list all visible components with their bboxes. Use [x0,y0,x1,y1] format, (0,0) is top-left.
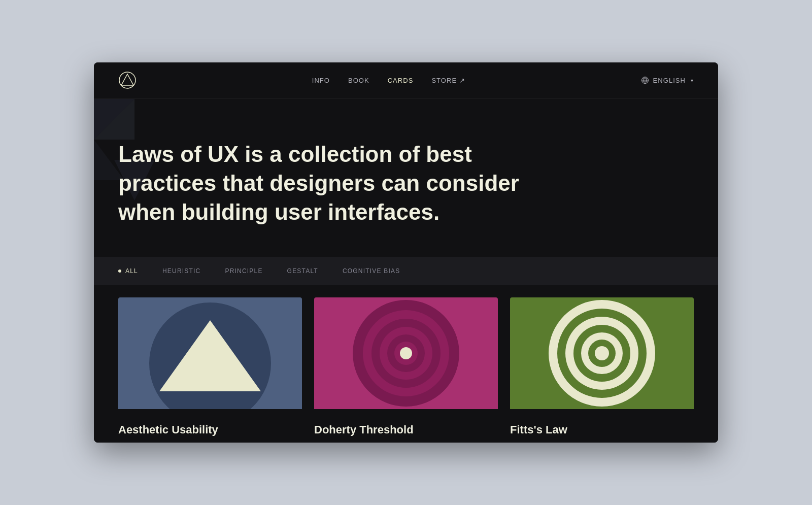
cards-grid: Aesthetic Usability [118,297,694,443]
hero-section: Laws of UX is a collection of best pract… [94,99,718,257]
hero-title: Laws of UX is a collection of best pract… [118,140,555,227]
nav-cards[interactable]: CARDS [388,77,414,84]
card-doherty-threshold[interactable]: Doherty Threshold [314,297,498,443]
card-aesthetic-image [118,297,302,409]
nav-book[interactable]: BOOK [348,77,369,84]
nav-store[interactable]: STORE ↗ [431,77,465,84]
nav-info[interactable]: INFO [312,77,330,84]
svg-point-26 [595,346,609,360]
cards-section: Aesthetic Usability [94,285,718,443]
language-label: ENGLISH [653,77,686,84]
globe-icon [641,76,649,84]
filter-heuristic-label: HEURISTIC [162,267,200,275]
svg-point-19 [400,347,412,359]
card-aesthetic-title: Aesthetic Usability [118,416,302,439]
filter-gestalt-label: GESTALT [287,267,318,275]
language-selector[interactable]: ENGLISH ▾ [641,76,694,84]
card-aesthetic-usability[interactable]: Aesthetic Usability [118,297,302,443]
svg-marker-1 [121,74,133,85]
svg-marker-12 [159,320,261,391]
chevron-down-icon: ▾ [691,78,694,83]
card-doherty-title: Doherty Threshold [314,416,498,439]
logo[interactable] [118,71,137,89]
filter-principle-label: PRINCIPLE [225,267,262,275]
filter-cognitive-bias[interactable]: COGNITIVE BIAS [343,267,400,275]
filter-gestalt[interactable]: GESTALT [287,267,318,275]
card-fitts-title: Fitts's Law [510,416,694,439]
filter-bar: ALL HEURISTIC PRINCIPLE GESTALT COGNITIV… [94,257,718,285]
navigation: INFO BOOK CARDS STORE ↗ ENGLISH ▾ [94,62,718,99]
filter-heuristic[interactable]: HEURISTIC [162,267,200,275]
card-doherty-image [314,297,498,409]
filter-dot [118,270,121,273]
filter-principle[interactable]: PRINCIPLE [225,267,262,275]
card-fitts-law[interactable]: Fitts's Law [510,297,694,443]
browser-window: INFO BOOK CARDS STORE ↗ ENGLISH ▾ Laws [94,62,718,443]
filter-cognitive-bias-label: COGNITIVE BIAS [343,267,400,275]
filter-all[interactable]: ALL [118,267,138,275]
filter-all-label: ALL [125,267,138,275]
card-fitts-image [510,297,694,409]
nav-links: INFO BOOK CARDS STORE ↗ [312,77,465,84]
